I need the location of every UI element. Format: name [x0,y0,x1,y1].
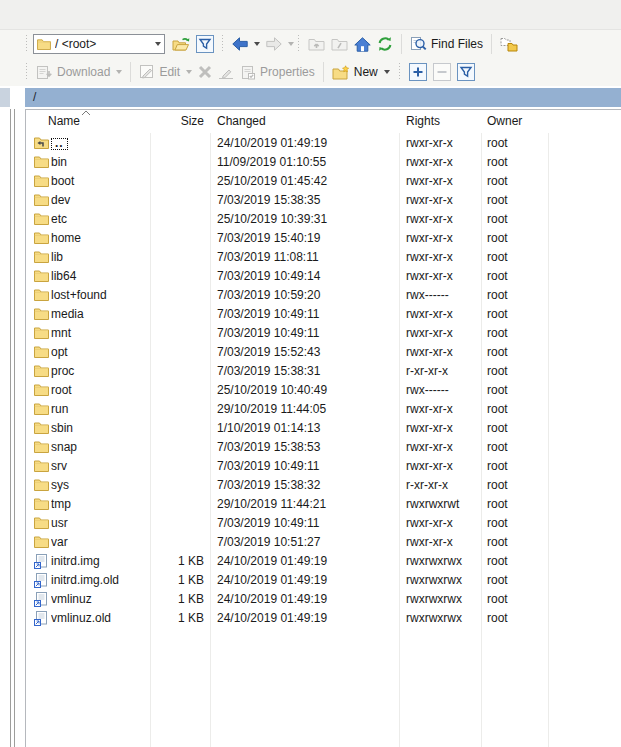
column-header-name[interactable]: Name [48,114,80,128]
table-row[interactable]: opt7/03/2019 15:52:43rwxr-xr-xroot [26,343,621,362]
column-header-owner[interactable]: Owner [487,114,522,128]
file-owner: root [487,286,508,305]
table-row[interactable]: boot25/10/2019 01:45:42rwxr-xr-xroot [26,172,621,191]
table-row[interactable]: vmlinuz1 KB24/10/2019 01:49:19rwxrwxrwxr… [26,590,621,609]
open-directory-button[interactable] [169,34,193,54]
table-row[interactable]: ..24/10/2019 01:49:19rwxr-xr-xroot [26,134,621,153]
toolbar-grip[interactable] [298,35,299,53]
file-owner: root [487,229,508,248]
refresh-button[interactable] [374,34,396,54]
table-row[interactable]: run29/10/2019 11:44:05rwxr-xr-xroot [26,400,621,419]
table-row[interactable]: mnt7/03/2019 10:49:11rwxr-xr-xroot [26,324,621,343]
file-owner: root [487,533,508,552]
chevron-down-icon[interactable] [254,42,260,46]
toolbar-grip[interactable] [222,35,223,53]
file-owner: root [487,419,508,438]
filter-button[interactable] [193,33,217,55]
folder-icon [34,307,50,322]
file-owner: root [487,153,508,172]
find-files-button[interactable]: Find Files [407,34,486,54]
column-header-size[interactable]: Size [152,114,204,128]
home-icon [354,37,371,52]
file-owner: root [487,381,508,400]
file-rights: rwxr-xr-x [406,343,453,362]
file-owner: root [487,267,508,286]
synchronize-browsing-button[interactable] [497,34,521,54]
table-row[interactable]: root25/10/2019 10:40:49rwx------root [26,381,621,400]
file-rights: rwxrwxrwt [406,495,459,514]
chevron-down-icon[interactable] [155,42,161,46]
file-changed: 7/03/2019 15:38:31 [217,362,320,381]
folder-icon [34,250,50,265]
table-row[interactable]: bin11/09/2019 01:10:55rwxr-xr-xroot [26,153,621,172]
table-row[interactable]: home7/03/2019 15:40:19rwxr-xr-xroot [26,229,621,248]
table-row[interactable]: usr7/03/2019 10:49:11rwxr-xr-xroot [26,514,621,533]
focused-item-label: .. [51,138,68,150]
toolbar-grip[interactable] [399,63,400,81]
navigation-toolbar: / <root> [0,30,621,58]
file-name: tmp [51,495,149,514]
local-path-bar-stub [0,88,10,107]
file-changed: 24/10/2019 01:49:19 [217,571,327,590]
back-button[interactable] [229,35,263,53]
file-changed: 25/10/2019 10:39:31 [217,210,327,229]
new-button[interactable]: New [329,63,393,82]
panel-splitter[interactable] [14,109,15,747]
file-name: sys [51,476,149,495]
folder-icon [34,535,50,550]
file-name: snap [51,438,149,457]
table-row[interactable]: etc25/10/2019 10:39:31rwxr-xr-xroot [26,210,621,229]
file-rights: rwxrwxrwx [406,571,462,590]
table-row[interactable]: vmlinuz.old1 KB24/10/2019 01:49:19rwxrwx… [26,609,621,628]
toolbar-area: / <root> [0,30,621,86]
file-name: .. [51,134,149,153]
table-row[interactable]: lib7/03/2019 11:08:11rwxr-xr-xroot [26,248,621,267]
increase-font-button[interactable] [406,61,430,83]
table-row[interactable]: var7/03/2019 10:51:27rwxr-xr-xroot [26,533,621,552]
panel-splitter[interactable] [10,109,11,747]
file-owner: root [487,362,508,381]
folder-icon [34,440,50,455]
delete-button [195,63,215,81]
folder-icon [34,174,50,189]
delete-x-icon [198,65,212,79]
folder-icon [34,288,50,303]
table-row[interactable]: initrd.img1 KB24/10/2019 01:49:19rwxrwxr… [26,552,621,571]
home-directory-button[interactable] [351,35,374,54]
table-row[interactable]: srv7/03/2019 10:49:11rwxr-xr-xroot [26,457,621,476]
toolbar-grip[interactable] [26,35,27,53]
filter-funnel-icon [196,35,214,53]
table-row[interactable]: snap7/03/2019 15:38:53rwxr-xr-xroot [26,438,621,457]
arrow-left-icon [232,37,248,51]
file-name: vmlinuz [51,590,149,609]
file-changed: 24/10/2019 01:49:19 [217,134,327,153]
decrease-font-button [430,61,454,83]
toolbar-grip[interactable] [26,63,27,81]
chevron-down-icon[interactable] [384,70,390,74]
file-rights: rwxr-xr-x [406,172,453,191]
forward-button [263,35,297,53]
table-row[interactable]: tmp29/10/2019 11:44:21rwxrwxrwtroot [26,495,621,514]
panel-filter-button[interactable] [454,61,478,83]
table-row[interactable]: sbin1/10/2019 01:14:13rwxr-xr-xroot [26,419,621,438]
table-row[interactable]: sys7/03/2019 15:38:32r-xr-xr-xroot [26,476,621,495]
table-row[interactable]: lost+found7/03/2019 10:59:20rwx------roo… [26,286,621,305]
window-title-strip [0,0,621,30]
file-owner: root [487,172,508,191]
toolbar-separator [323,62,324,82]
column-header-rights[interactable]: Rights [406,114,440,128]
column-header-changed[interactable]: Changed [217,114,266,128]
table-row[interactable]: initrd.img.old1 KB24/10/2019 01:49:19rwx… [26,571,621,590]
table-row[interactable]: media7/03/2019 10:49:11rwxr-xr-xroot [26,305,621,324]
table-row[interactable]: lib647/03/2019 10:49:14rwxr-xr-xroot [26,267,621,286]
remote-path-combobox[interactable]: / <root> [33,34,165,54]
download-button: Download [33,63,125,82]
remote-path-bar[interactable]: / [25,88,621,107]
table-row[interactable]: dev7/03/2019 15:38:35rwxr-xr-xroot [26,191,621,210]
file-changed: 1/10/2019 01:14:13 [217,419,320,438]
folder-icon [34,326,50,341]
file-owner: root [487,457,508,476]
file-name: root [51,381,149,400]
file-name: vmlinuz.old [51,609,149,628]
table-row[interactable]: proc7/03/2019 15:38:31r-xr-xr-xroot [26,362,621,381]
